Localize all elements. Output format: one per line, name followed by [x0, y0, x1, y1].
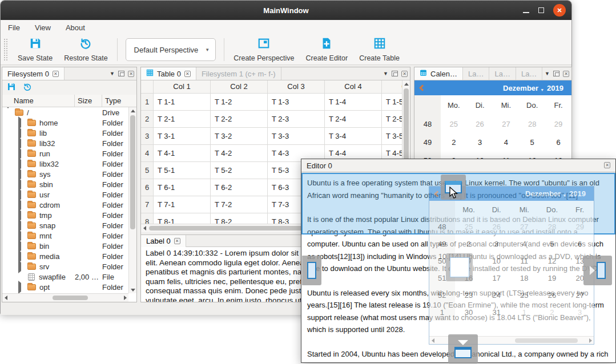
calendar-month[interactable]: Dezember — [503, 84, 538, 92]
row-header[interactable]: 4 — [141, 145, 154, 162]
row-header[interactable]: 6 — [141, 179, 154, 196]
toolbar-drag-handle[interactable] — [4, 39, 7, 60]
tab-filesystem-1[interactable]: Filesystem 1 (c+ m- f-) — [196, 67, 281, 80]
tree-row[interactable]: usrFolder — [2, 189, 128, 200]
tab-label-3[interactable]: La… — [516, 67, 542, 80]
row-header[interactable]: 5 — [141, 162, 154, 179]
row-header[interactable]: 1 — [141, 94, 154, 111]
panel-float-icon[interactable] — [392, 71, 398, 76]
table-cell[interactable]: T 6-2 — [211, 179, 268, 196]
table-cell[interactable]: T 4-2 — [211, 145, 268, 162]
table-cell[interactable]: T 7-2 — [211, 196, 268, 213]
tree-row[interactable]: lib32Folder — [2, 138, 128, 148]
close-icon[interactable]: ✕ — [553, 4, 566, 17]
calendar-day[interactable]: 2 — [441, 133, 467, 151]
table-cell[interactable]: T 1-3 — [268, 94, 325, 111]
calendar-day[interactable]: 5 — [519, 133, 545, 151]
table-cell[interactable]: T 2-1 — [154, 111, 211, 128]
tree-row[interactable]: srvFolder — [2, 261, 128, 272]
tree-row[interactable]: homeFolder — [2, 118, 128, 128]
column-header[interactable]: Col 1 — [154, 80, 211, 94]
table-cell[interactable]: T 4-1 — [154, 145, 211, 162]
calendar-day[interactable]: 27 — [493, 115, 519, 133]
history-icon[interactable] — [23, 82, 32, 94]
save-state-button[interactable]: Save State — [12, 35, 58, 64]
menu-item-view[interactable]: View — [35, 23, 51, 32]
expander-icon[interactable] — [18, 129, 24, 137]
tree-row[interactable]: sbinFolder — [2, 179, 128, 189]
panel-menu-icon[interactable]: ▼ — [110, 71, 115, 76]
prev-month-icon[interactable] — [419, 84, 425, 91]
table-cell[interactable]: T 3-3 — [268, 128, 325, 145]
tab-calendar-0[interactable]: Calen… — [414, 67, 463, 80]
table-cell[interactable]: T 3-2 — [211, 128, 268, 145]
calendar-day[interactable]: 28 — [519, 115, 545, 133]
expander-icon[interactable] — [18, 232, 24, 240]
calendar-day[interactable]: 4 — [493, 133, 519, 151]
tree-row[interactable]: libFolder — [2, 128, 128, 138]
panel-menu-icon[interactable]: ▼ — [545, 71, 550, 76]
perspective-select[interactable]: Default Perspective ▼ — [126, 38, 216, 61]
expander-icon[interactable] — [6, 108, 11, 117]
expander-icon[interactable] — [18, 160, 24, 168]
expander-icon[interactable] — [18, 170, 24, 179]
panel-close-icon[interactable]: ✕ — [128, 71, 134, 77]
tab-close-icon[interactable]: ✕ — [184, 71, 191, 77]
tab-label-2[interactable]: La… — [489, 67, 516, 80]
calendar-day[interactable]: 29 — [545, 115, 571, 133]
dock-indicator-right-icon[interactable] — [583, 256, 612, 285]
row-header[interactable]: 2 — [141, 111, 154, 128]
table-cell[interactable]: T 5-2 — [211, 162, 268, 179]
tab-label-1[interactable]: La… — [463, 67, 489, 80]
tree-row[interactable]: runFolder — [2, 148, 128, 159]
tree-row[interactable]: optFolder — [2, 282, 128, 292]
tree-row[interactable]: swapfile2,00 …File — [2, 272, 128, 282]
tree-row[interactable]: cdromFolder — [2, 200, 128, 210]
tree-vertical-scrollbar[interactable] — [128, 107, 136, 293]
column-header[interactable]: Col 3 — [268, 80, 325, 94]
expander-icon[interactable] — [18, 262, 24, 271]
tree-horizontal-scrollbar[interactable] — [2, 293, 128, 302]
tree-header[interactable]: Name Size Type — [2, 95, 136, 107]
expander-icon[interactable] — [18, 221, 24, 230]
calendar-day[interactable]: 25 — [441, 115, 467, 133]
panel-float-icon[interactable] — [118, 71, 124, 76]
dock-indicator-left-icon[interactable] — [302, 256, 321, 285]
minimize-icon[interactable] — [523, 12, 529, 13]
calendar-day[interactable]: 3 — [467, 133, 493, 151]
row-header[interactable]: 7 — [141, 196, 154, 213]
expander-icon[interactable] — [18, 149, 24, 158]
panel-close-icon[interactable]: ✕ — [401, 71, 408, 77]
dock-indicator-bottom-icon[interactable] — [448, 334, 478, 363]
expander-icon[interactable] — [18, 191, 24, 199]
menu-item-file[interactable]: File — [8, 23, 20, 32]
panel-float-icon[interactable] — [553, 71, 559, 76]
table-cell[interactable]: T 3-4 — [325, 128, 382, 145]
table-cell[interactable]: T 3-1 — [154, 128, 211, 145]
dock-indicator-center-icon[interactable] — [446, 253, 473, 281]
tree-row[interactable]: /Drive — [2, 107, 128, 118]
calendar-day[interactable]: 26 — [467, 115, 493, 133]
table-cell[interactable]: T 2-2 — [211, 111, 268, 128]
expander-icon[interactable] — [18, 119, 24, 127]
editor-close-icon[interactable]: ✕ — [604, 162, 610, 168]
table-cell[interactable]: T 5-1 — [154, 162, 211, 179]
table-cell[interactable]: T 1-2 — [211, 94, 268, 111]
tab-label-0[interactable]: Label 0 ✕ — [141, 235, 186, 247]
expander-icon[interactable] — [18, 201, 24, 209]
table-cell[interactable]: T 1-1 — [154, 94, 211, 111]
panel-menu-icon[interactable]: ▼ — [383, 71, 388, 76]
tab-filesystem-0[interactable]: Filesystem 0 ✕ — [2, 67, 65, 80]
menu-item-about[interactable]: About — [66, 23, 85, 32]
tree-row[interactable]: mntFolder — [2, 230, 128, 241]
create-editor-button[interactable]: Create Editor — [300, 35, 354, 64]
expander-icon[interactable] — [18, 211, 24, 220]
panel-close-icon[interactable]: ✕ — [563, 71, 569, 77]
expander-icon[interactable] — [18, 252, 24, 261]
editor-titlebar[interactable]: Editor 0 ✕ — [301, 159, 615, 172]
table-cell[interactable]: T 1-4 — [325, 94, 382, 111]
tree-row[interactable]: libx32Folder — [2, 159, 128, 169]
save-icon[interactable] — [7, 82, 16, 94]
tab-table-0[interactable]: Table 0 ✕ — [141, 67, 196, 80]
create-perspective-button[interactable]: Create Perspective — [228, 35, 300, 64]
